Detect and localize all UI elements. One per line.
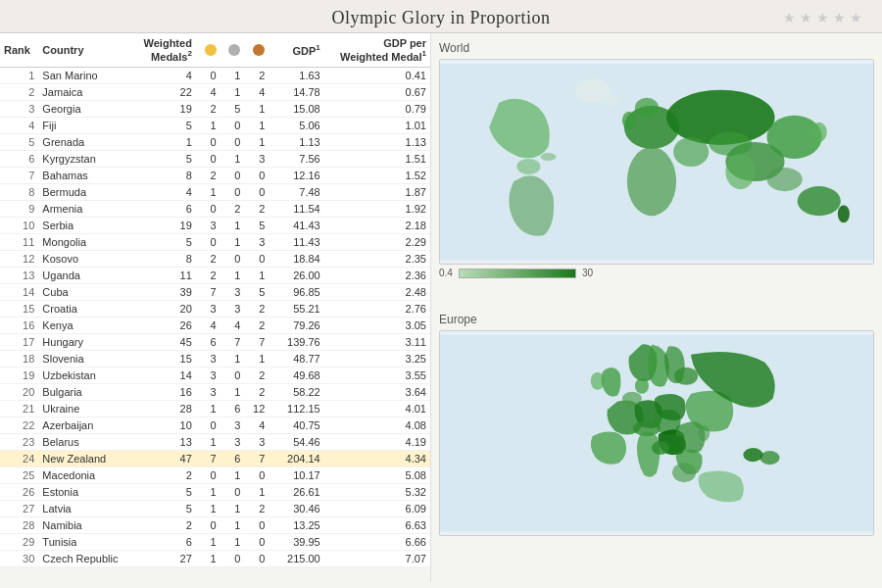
table-row[interactable]: 21Ukraine281612112.154.01 — [0, 400, 430, 416]
gold-icon — [205, 44, 217, 56]
cell-gdp: 5.06 — [269, 117, 323, 133]
cell-silver: 1 — [220, 466, 245, 483]
table-row[interactable]: 17Hungary45677139.763.11 — [0, 333, 430, 350]
cell-country: Jamaica — [38, 83, 132, 100]
cell-weighted: 45 — [132, 333, 196, 350]
cell-gdp: 139.76 — [269, 333, 323, 350]
table-row[interactable]: 28Namibia201013.256.63 — [0, 516, 430, 533]
svg-point-8 — [798, 186, 841, 216]
cell-gold: 1 — [196, 500, 220, 516]
table-row[interactable]: 12Kosovo820018.842.35 — [0, 250, 430, 267]
cell-rank: 13 — [0, 267, 38, 283]
table-row[interactable]: 29Tunisia611039.956.66 — [0, 533, 430, 550]
cell-rank: 30 — [0, 550, 38, 566]
stars-area: ★ ★ ★ ★ ★ — [783, 10, 862, 25]
svg-point-29 — [760, 451, 779, 465]
cell-rank: 10 — [0, 217, 38, 233]
left-panel[interactable]: Rank Country WeightedMedals2 GDP1 — [0, 33, 431, 582]
cell-weighted: 4 — [132, 183, 196, 200]
cell-gold: 3 — [196, 383, 220, 400]
cell-gold: 0 — [196, 466, 220, 483]
cell-silver: 4 — [220, 317, 245, 333]
table-row[interactable]: 16Kenya2644279.263.05 — [0, 317, 430, 333]
table-row[interactable]: 20Bulgaria1631258.223.64 — [0, 383, 430, 400]
cell-country: Kyrgyzstan — [38, 150, 132, 167]
cell-country: San Marino — [38, 67, 132, 83]
cell-rank: 27 — [0, 500, 38, 516]
table-row[interactable]: 14Cuba3973596.852.48 — [0, 283, 430, 300]
table-row[interactable]: 5Grenada10011.131.13 — [0, 133, 430, 150]
table-row[interactable]: 6Kyrgyzstan50137.561.51 — [0, 150, 430, 167]
table-row[interactable]: 30Czech Republic27100215.007.07 — [0, 550, 430, 566]
cell-gold: 1 — [196, 117, 220, 133]
table-row[interactable]: 18Slovenia1531148.773.25 — [0, 350, 430, 367]
cell-gold: 3 — [196, 367, 220, 383]
table-row[interactable]: 2Jamaica2241414.780.67 — [0, 83, 430, 100]
world-map-svg — [440, 60, 873, 264]
table-row[interactable]: 1San Marino40121.630.41 — [0, 67, 430, 83]
cell-gold: 0 — [196, 416, 220, 433]
cell-gdp-per: 4.19 — [324, 433, 430, 450]
cell-rank: 20 — [0, 383, 38, 400]
cell-silver: 0 — [220, 367, 245, 383]
table-row[interactable]: 22Azerbaijan1003440.754.08 — [0, 416, 430, 433]
cell-rank: 9 — [0, 200, 38, 217]
cell-silver: 0 — [220, 167, 245, 183]
table-row[interactable]: 9Armenia602211.541.92 — [0, 200, 430, 217]
table-row[interactable]: 27Latvia511230.466.09 — [0, 500, 430, 516]
cell-silver: 6 — [220, 450, 245, 466]
cell-country: Cuba — [38, 283, 132, 300]
cell-country: Tunisia — [38, 533, 132, 550]
europe-map-container — [439, 330, 874, 536]
cell-silver: 6 — [220, 400, 245, 416]
table-row[interactable]: 7Bahamas820012.161.52 — [0, 167, 430, 183]
cell-weighted: 8 — [132, 250, 196, 267]
cell-gdp-per: 1.92 — [324, 200, 430, 217]
cell-gdp-per: 1.01 — [324, 117, 430, 133]
table-row[interactable]: 26Estonia510126.615.32 — [0, 483, 430, 500]
cell-gdp: 11.43 — [269, 233, 323, 250]
cell-rank: 26 — [0, 483, 38, 500]
cell-rank: 24 — [0, 450, 38, 466]
cell-silver: 1 — [220, 500, 245, 516]
cell-weighted: 4 — [132, 67, 196, 83]
cell-gold: 3 — [196, 217, 220, 233]
cell-rank: 1 — [0, 67, 38, 83]
cell-rank: 6 — [0, 150, 38, 167]
table-row[interactable]: 4Fiji51015.061.01 — [0, 117, 430, 133]
cell-weighted: 14 — [132, 367, 196, 383]
table-row[interactable]: 3Georgia1925115.080.79 — [0, 100, 430, 117]
cell-gdp-per: 3.64 — [324, 383, 430, 400]
table-row[interactable]: 25Macedonia201010.175.08 — [0, 466, 430, 483]
cell-bronze: 1 — [244, 100, 269, 117]
cell-bronze: 0 — [244, 183, 269, 200]
cell-bronze: 7 — [244, 450, 269, 466]
table-row[interactable]: 15Croatia2033255.212.76 — [0, 300, 430, 317]
table-row[interactable]: followed19Uzbekistan1430249.683.55 — [0, 367, 430, 383]
cell-bronze: 2 — [244, 200, 269, 217]
cell-gdp-per: 1.13 — [324, 133, 430, 150]
table-row[interactable]: 13Uganda1121126.002.36 — [0, 267, 430, 283]
table-row[interactable]: 24New Zealand47767204.144.34 — [0, 450, 430, 466]
cell-country: Azerbaijan — [38, 416, 132, 433]
col-country: Country — [38, 33, 132, 67]
cell-country: Namibia — [38, 516, 132, 533]
table-row[interactable]: 23Belarus1313354.464.19 — [0, 433, 430, 450]
cell-weighted: 19 — [132, 100, 196, 117]
cell-rank: 23 — [0, 433, 38, 450]
cell-gdp: 7.48 — [269, 183, 323, 200]
cell-gold: 7 — [196, 450, 220, 466]
table-row[interactable]: 10Serbia1931541.432.18 — [0, 217, 430, 233]
cell-weighted: 47 — [132, 450, 196, 466]
col-silver — [220, 33, 245, 67]
table-row[interactable]: 8Bermuda41007.481.87 — [0, 183, 430, 200]
cell-weighted: 5 — [132, 117, 196, 133]
star-1: ★ — [783, 10, 796, 25]
cell-gdp: 204.14 — [269, 450, 323, 466]
cell-gdp-per: 1.52 — [324, 167, 430, 183]
cell-gdp: 11.54 — [269, 200, 323, 217]
cell-silver: 0 — [220, 250, 245, 267]
table-row[interactable]: 11Mongolia501311.432.29 — [0, 233, 430, 250]
cell-silver: 3 — [220, 416, 245, 433]
cell-silver: 1 — [220, 350, 245, 367]
